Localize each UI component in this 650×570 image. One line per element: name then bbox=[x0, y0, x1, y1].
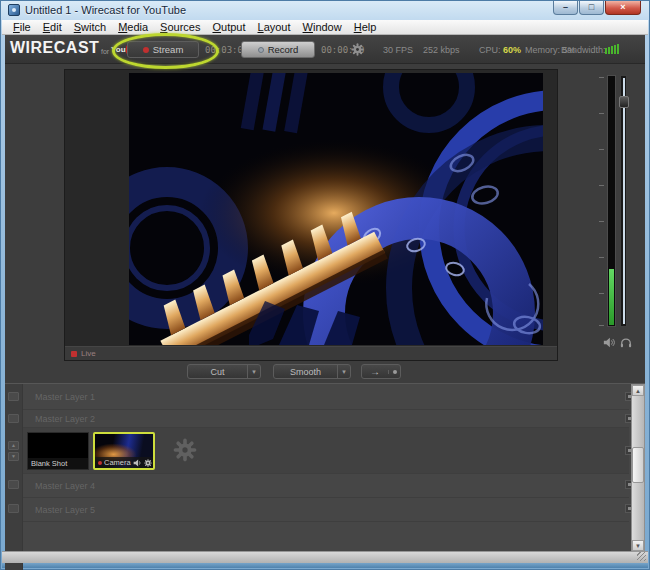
logo-for-text: for bbox=[101, 48, 109, 55]
smooth-label: Smooth bbox=[274, 367, 337, 377]
meter-tick bbox=[599, 325, 604, 326]
volume-slider-handle[interactable] bbox=[619, 96, 629, 108]
menu-layout[interactable]: Layout bbox=[252, 20, 297, 34]
meter-tick bbox=[599, 77, 604, 78]
wirecast-logo: WIRECAST bbox=[10, 39, 99, 57]
cut-label: Cut bbox=[188, 367, 247, 377]
layers-left-gutter: ▲ ▼ bbox=[5, 384, 23, 570]
camera-shot-label-strip: Camera bbox=[95, 457, 153, 468]
meter-tick bbox=[599, 149, 604, 150]
cpu-stat: CPU: 60% bbox=[479, 45, 521, 55]
speaker-icon[interactable] bbox=[603, 337, 615, 348]
menu-switch[interactable]: Switch bbox=[68, 20, 112, 34]
menu-sources[interactable]: Sources bbox=[154, 20, 206, 34]
layers-scrollbar[interactable]: ▲ ▼ bbox=[631, 384, 645, 552]
bitrate-stat: 252 kbps bbox=[423, 45, 460, 55]
camera-live-dot-icon bbox=[98, 461, 102, 465]
bandwidth-label: Bandwidth: bbox=[561, 45, 606, 55]
menu-help[interactable]: Help bbox=[348, 20, 383, 34]
scrollbar-down-arrow[interactable]: ▼ bbox=[632, 540, 644, 551]
preview-status-strip: Live bbox=[65, 346, 557, 360]
main-content: WIRECAST for YouTube Stream 00:03:01 Rec… bbox=[5, 35, 645, 551]
app-icon bbox=[8, 4, 20, 16]
master-layer-1-label: Master Layer 1 bbox=[35, 392, 95, 402]
meter-tick bbox=[599, 257, 604, 258]
bandwidth-bars-icon bbox=[605, 44, 619, 54]
close-button[interactable]: × bbox=[605, 1, 641, 15]
menu-media[interactable]: Media bbox=[112, 20, 154, 34]
shot-layers-panel: ▲ ▼ Master Layer 1 Master Layer 2 Blank … bbox=[5, 383, 645, 551]
minimize-button[interactable]: – bbox=[553, 1, 578, 15]
preview-video bbox=[129, 73, 543, 345]
live-indicator-icon bbox=[71, 351, 77, 357]
window-title: Untitled 1 - Wirecast for YouTube bbox=[25, 4, 186, 16]
transition-bar: Cut ▾ Smooth ▾ → bbox=[5, 361, 645, 383]
layer3-scroll-down-button[interactable]: ▼ bbox=[8, 452, 19, 461]
audio-level-meter bbox=[607, 75, 616, 327]
toolbar: WIRECAST for YouTube Stream 00:03:01 Rec… bbox=[5, 35, 645, 64]
menu-edit[interactable]: Edit bbox=[37, 20, 68, 34]
fps-stat: 30 FPS bbox=[383, 45, 413, 55]
menu-window[interactable]: Window bbox=[297, 20, 348, 34]
stream-highlight-annotation bbox=[112, 33, 219, 69]
window-frame: Untitled 1 - Wirecast for YouTube – □ × … bbox=[0, 0, 650, 570]
transition-speed-toggle[interactable] bbox=[388, 370, 400, 374]
layer3-scroll-up-button[interactable]: ▲ bbox=[8, 441, 19, 450]
live-indicator-label: Live bbox=[81, 349, 96, 358]
master-layer-5-label: Master Layer 5 bbox=[35, 505, 95, 515]
master-layer-3-row[interactable]: Blank Shot Camera bbox=[23, 428, 629, 474]
chevron-down-icon[interactable]: ▾ bbox=[247, 365, 260, 378]
master-layer-4-label: Master Layer 4 bbox=[35, 481, 95, 491]
meter-tick bbox=[599, 221, 604, 222]
menu-output[interactable]: Output bbox=[206, 20, 251, 34]
scrollbar-thumb[interactable] bbox=[632, 447, 644, 483]
live-preview-canvas: Live bbox=[64, 69, 558, 361]
gears-video-frame bbox=[129, 73, 543, 345]
layer2-expand-button[interactable] bbox=[8, 414, 19, 423]
record-button-label: Record bbox=[268, 44, 299, 55]
blank-shot-label: Blank Shot bbox=[31, 458, 67, 469]
menu-bar: File Edit Switch Media Sources Output La… bbox=[2, 20, 648, 35]
audio-output-icons bbox=[603, 337, 632, 348]
transition-cut-button[interactable]: Cut ▾ bbox=[187, 364, 261, 379]
camera-audio-icon[interactable] bbox=[133, 459, 142, 467]
chevron-down-icon[interactable]: ▾ bbox=[337, 365, 350, 378]
camera-shot-thumbnail-selected[interactable]: Camera bbox=[93, 432, 155, 470]
transition-go-button[interactable]: → bbox=[361, 364, 401, 379]
transition-smooth-button[interactable]: Smooth ▾ bbox=[273, 364, 351, 379]
volume-slider[interactable] bbox=[620, 75, 627, 327]
master-layer-1-row[interactable]: Master Layer 1 bbox=[23, 384, 629, 410]
cpu-label: CPU: bbox=[479, 45, 501, 55]
blank-shot-label-strip: Blank Shot bbox=[28, 458, 88, 469]
layer5-expand-button[interactable] bbox=[8, 504, 19, 513]
master-layer-2-label: Master Layer 2 bbox=[35, 414, 95, 424]
camera-settings-gear-icon[interactable] bbox=[144, 459, 152, 467]
layer1-expand-button[interactable] bbox=[8, 392, 19, 401]
encoder-settings-gear-icon[interactable] bbox=[351, 43, 364, 56]
go-arrow-icon: → bbox=[362, 365, 388, 378]
layer4-expand-button[interactable] bbox=[8, 480, 19, 489]
scrollbar-up-arrow[interactable]: ▲ bbox=[632, 385, 644, 396]
resize-grip[interactable] bbox=[637, 552, 646, 561]
empty-shot-gear-icon bbox=[173, 438, 197, 462]
volume-slider-line bbox=[623, 78, 625, 324]
record-button[interactable]: Record bbox=[241, 41, 315, 58]
cpu-value: 60% bbox=[503, 45, 521, 55]
audio-level-fill bbox=[609, 269, 614, 325]
camera-shot-label: Camera bbox=[104, 457, 131, 468]
audio-meter-panel bbox=[599, 73, 633, 363]
master-layer-2-row[interactable]: Master Layer 2 bbox=[23, 410, 629, 428]
status-bar bbox=[2, 551, 648, 563]
meter-tick bbox=[599, 113, 604, 114]
meter-tick bbox=[599, 185, 604, 186]
meter-tick bbox=[599, 293, 604, 294]
title-bar[interactable]: Untitled 1 - Wirecast for YouTube – □ × bbox=[1, 1, 649, 20]
menu-file[interactable]: File bbox=[7, 20, 37, 34]
maximize-button[interactable]: □ bbox=[579, 1, 604, 15]
master-layer-5-row[interactable]: Master Layer 5 bbox=[23, 498, 629, 522]
blank-shot-thumbnail[interactable]: Blank Shot bbox=[27, 432, 89, 470]
window-controls: – □ × bbox=[553, 1, 641, 15]
record-dot-icon bbox=[258, 47, 264, 53]
headphones-icon[interactable] bbox=[620, 337, 632, 348]
master-layer-4-row[interactable]: Master Layer 4 bbox=[23, 474, 629, 498]
